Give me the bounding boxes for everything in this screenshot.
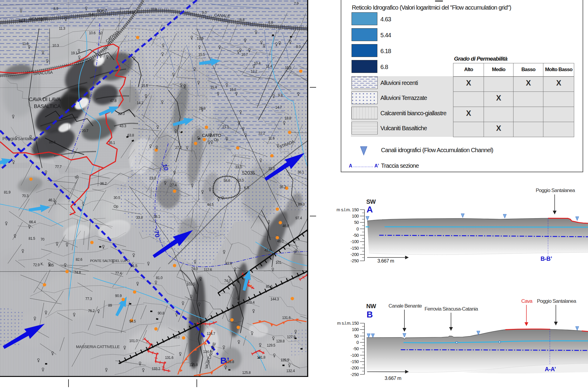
svg-text:NW: NW	[366, 303, 376, 309]
svg-text:127.9: 127.9	[287, 335, 296, 339]
svg-text:m s.l.m.: m s.l.m.	[337, 321, 352, 326]
svg-text:14.2: 14.2	[137, 101, 143, 105]
svg-text:70.3: 70.3	[22, 194, 29, 198]
svg-text:10.4: 10.4	[254, 61, 260, 65]
svg-text:33.8: 33.8	[136, 215, 143, 220]
svg-text:0: 0	[356, 227, 359, 231]
svg-text:-250: -250	[351, 372, 359, 377]
svg-text:131.6: 131.6	[282, 316, 291, 320]
svg-text:21.1: 21.1	[222, 125, 229, 129]
svg-text:CARMITO: CARMITO	[202, 133, 221, 138]
svg-text:150: 150	[352, 321, 359, 326]
svg-text:97.4: 97.4	[295, 216, 302, 220]
svg-text:11.6: 11.6	[268, 136, 275, 140]
svg-text:15.5: 15.5	[285, 66, 291, 70]
svg-text:77.4: 77.4	[115, 271, 122, 275]
svg-text:385: 385	[48, 263, 54, 267]
svg-text:46.0: 46.0	[277, 239, 284, 243]
svg-text:81.0: 81.0	[156, 276, 163, 280]
svg-text:15.5: 15.5	[198, 53, 205, 57]
svg-text:74.0: 74.0	[224, 279, 231, 283]
svg-text:128.8: 128.8	[226, 360, 234, 364]
svg-text:82.9: 82.9	[225, 261, 232, 266]
svg-text:25.8: 25.8	[199, 106, 206, 110]
svg-text:33.5: 33.5	[237, 178, 244, 182]
svg-text:101.: 101.	[276, 260, 282, 265]
svg-text:9.8: 9.8	[278, 93, 283, 98]
svg-text:74.8: 74.8	[74, 270, 81, 275]
svg-text:33.0: 33.0	[235, 165, 242, 169]
svg-text:8067: 8067	[97, 8, 107, 14]
svg-text:66.4: 66.4	[29, 220, 36, 224]
svg-text:72.9: 72.9	[33, 263, 40, 267]
svg-text:47.8: 47.8	[110, 99, 117, 103]
svg-text:3.667 m: 3.667 m	[377, 258, 394, 263]
svg-text:99.0: 99.0	[173, 335, 180, 339]
svg-text:m s.l.m.: m s.l.m.	[337, 207, 351, 212]
svg-text:81.5: 81.5	[131, 264, 137, 268]
svg-text:89: 89	[108, 303, 112, 308]
svg-text:63.8: 63.8	[127, 133, 134, 137]
svg-text:103.4: 103.4	[246, 300, 255, 305]
svg-text:124.7: 124.7	[207, 332, 215, 336]
svg-text:77.7: 77.7	[55, 165, 62, 169]
svg-text:-150: -150	[351, 359, 359, 364]
svg-text:-100: -100	[351, 353, 359, 358]
svg-text:100: 100	[352, 327, 359, 332]
svg-text:101.0: 101.0	[129, 339, 138, 343]
svg-text:8.8: 8.8	[240, 18, 245, 22]
svg-text:36.2: 36.2	[100, 182, 107, 186]
svg-text:-200: -200	[351, 252, 359, 257]
svg-text:3.667 m: 3.667 m	[385, 375, 401, 381]
svg-text:81.5: 81.5	[29, 236, 35, 241]
svg-text:11.3: 11.3	[59, 26, 66, 31]
svg-text:125.8: 125.8	[189, 363, 198, 367]
svg-text:14.5: 14.5	[127, 11, 134, 15]
svg-text:76.2: 76.2	[88, 309, 95, 313]
svg-text:12.3: 12.3	[19, 18, 25, 23]
svg-text:A-A’: A-A’	[545, 366, 556, 372]
svg-text:129.5: 129.5	[267, 343, 276, 347]
svg-text:100: 100	[352, 214, 359, 218]
svg-text:125.9: 125.9	[281, 358, 289, 362]
svg-text:50: 50	[354, 334, 359, 338]
svg-text:-50: -50	[353, 233, 359, 238]
svg-text:B: B	[367, 310, 373, 319]
svg-text:133.2: 133.2	[152, 367, 160, 371]
svg-text:Op: Op	[114, 204, 118, 209]
svg-text:14.7: 14.7	[275, 105, 282, 110]
svg-text:15.5: 15.5	[141, 84, 148, 88]
svg-text:36.1: 36.1	[297, 170, 304, 174]
svg-text:30.5: 30.5	[114, 196, 120, 200]
svg-text:Poggio Santalanea: Poggio Santalanea	[2, 136, 40, 141]
svg-text:SW: SW	[366, 198, 376, 205]
svg-text:23.3: 23.3	[149, 176, 156, 180]
svg-text:74.0: 74.0	[191, 267, 198, 271]
svg-text:18.8: 18.8	[285, 116, 291, 120]
svg-text:77.3: 77.3	[85, 297, 92, 301]
svg-text:27.4: 27.4	[170, 183, 177, 187]
svg-text:11.4: 11.4	[266, 64, 273, 68]
svg-text:46.2: 46.2	[48, 198, 55, 202]
svg-text:7.9: 7.9	[294, 2, 299, 6]
svg-text:BASALTICA: BASALTICA	[34, 104, 61, 109]
svg-text:52035: 52035	[242, 170, 255, 176]
svg-text:15.4: 15.4	[210, 85, 217, 89]
svg-text:86.6: 86.6	[49, 140, 56, 144]
svg-text:35.1: 35.1	[108, 141, 115, 145]
svg-text:44.5: 44.5	[207, 203, 214, 207]
svg-text:Ferrovia Siracusa-Catania: Ferrovia Siracusa-Catania	[425, 306, 478, 312]
svg-text:13.9: 13.9	[197, 37, 203, 41]
svg-text:10.6: 10.6	[89, 31, 96, 35]
svg-text:131.8: 131.8	[257, 355, 266, 359]
svg-text:-150: -150	[351, 246, 359, 251]
svg-text:10.7: 10.7	[241, 53, 248, 57]
svg-text:Poggio Santalanea: Poggio Santalanea	[537, 298, 576, 304]
svg-text:94.5: 94.5	[129, 319, 136, 323]
svg-text:46.8: 46.8	[282, 224, 289, 228]
svg-text:MASSERIA CATTIVELLE: MASSERIA CATTIVELLE	[76, 344, 120, 349]
svg-text:58.6: 58.6	[224, 179, 230, 183]
svg-text:23.3: 23.3	[118, 112, 125, 116]
svg-text:31.0: 31.0	[268, 167, 275, 171]
svg-text:-50: -50	[353, 346, 359, 351]
